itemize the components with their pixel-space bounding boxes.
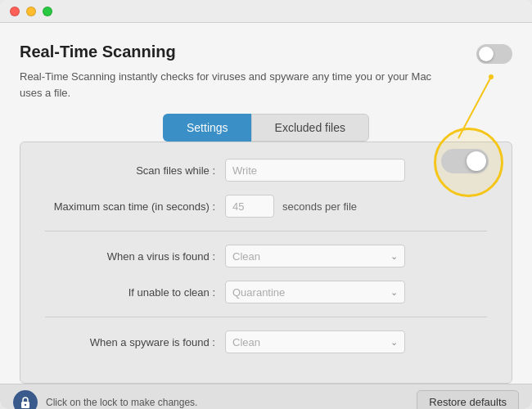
svg-point-1	[489, 74, 494, 79]
tab-excluded-files[interactable]: Excluded files	[251, 114, 369, 142]
restore-defaults-button[interactable]: Restore defaults	[417, 390, 519, 409]
divider-2	[45, 317, 487, 317]
window: Real-Time Scanning Real-Time Scanning in…	[0, 0, 532, 409]
max-scan-time-label: Maximum scan time (in seconds) :	[45, 200, 225, 213]
virus-found-row: When a virus is found : Clean ⌄	[45, 245, 487, 267]
scan-files-label: Scan files while :	[45, 164, 225, 177]
toggle-thumb	[479, 47, 494, 61]
scan-files-row: Scan files while : Write	[45, 159, 487, 182]
settings-panel: Scan files while : Write Maximum scan ti…	[20, 142, 512, 384]
tab-settings[interactable]: Settings	[163, 114, 251, 142]
spyware-found-value: Clean	[232, 336, 260, 348]
unable-clean-value: Quarantine	[232, 286, 285, 299]
unable-clean-row: If unable to clean : Quarantine ⌄	[45, 281, 487, 303]
svg-line-0	[458, 77, 491, 138]
divider-1	[45, 231, 487, 231]
chevron-down-icon: ⌄	[390, 287, 398, 298]
minimize-button[interactable]	[26, 7, 36, 16]
main-content: Real-Time Scanning Real-Time Scanning in…	[0, 23, 532, 384]
seconds-label: seconds per file	[282, 200, 357, 213]
lock-text: Click on the lock to make changes.	[46, 397, 197, 408]
spyware-found-row: When a spyware is found : Clean ⌄	[45, 330, 487, 353]
lock-section: Click on the lock to make changes.	[13, 390, 197, 410]
chevron-down-icon: ⌄	[390, 337, 398, 348]
maximize-button[interactable]	[43, 7, 52, 16]
bottom-bar: Click on the lock to make changes. Resto…	[0, 384, 532, 409]
scan-files-select[interactable]: Write	[225, 159, 405, 182]
scan-files-value: Write	[232, 164, 257, 177]
max-scan-time-row: Maximum scan time (in seconds) : 45 seco…	[45, 195, 487, 218]
max-scan-time-input[interactable]: 45	[225, 195, 274, 218]
page-title: Real-Time Scanning	[20, 43, 176, 61]
close-button[interactable]	[10, 7, 20, 16]
spyware-found-select[interactable]: Clean ⌄	[225, 330, 405, 353]
page-description: Real-Time Scanning instantly checks for …	[20, 69, 445, 101]
unable-clean-label: If unable to clean :	[45, 286, 225, 299]
tabs-container: Settings Excluded files	[163, 114, 369, 142]
virus-found-select[interactable]: Clean ⌄	[225, 245, 405, 267]
svg-point-3	[25, 403, 26, 405]
spyware-found-label: When a spyware is found :	[45, 336, 225, 348]
main-toggle[interactable]	[476, 44, 512, 64]
header-row: Real-Time Scanning	[20, 43, 512, 64]
lock-icon[interactable]	[13, 390, 38, 410]
titlebar	[0, 0, 532, 23]
chevron-down-icon: ⌄	[390, 251, 398, 262]
virus-found-value: Clean	[232, 250, 260, 263]
virus-found-label: When a virus is found :	[45, 250, 225, 263]
max-scan-time-value: 45	[232, 200, 244, 213]
unable-clean-select[interactable]: Quarantine ⌄	[225, 281, 405, 303]
